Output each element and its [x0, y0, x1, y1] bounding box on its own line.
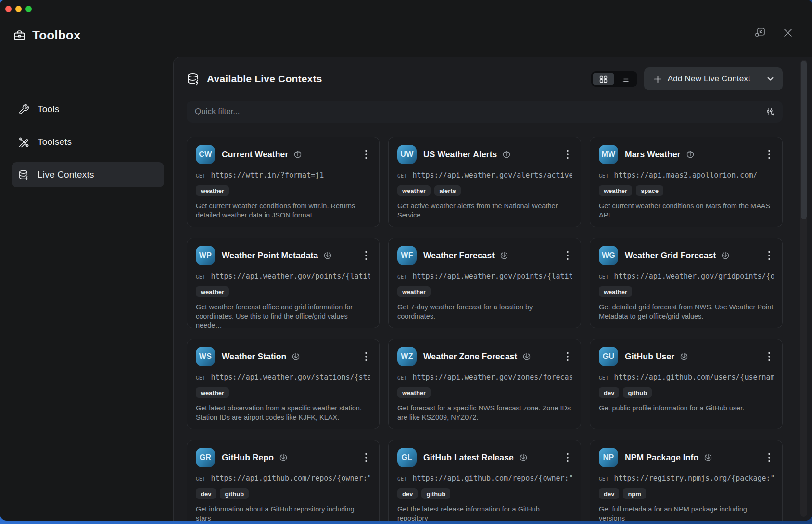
- app-title: Toolbox: [13, 28, 81, 43]
- toolbox-icon: [13, 29, 26, 42]
- card-description: Get the latest release information for a…: [397, 505, 572, 521]
- avatar: WF: [397, 246, 417, 265]
- sync-arrow-icon: [323, 251, 332, 260]
- live-context-card[interactable]: UW US Weather Alerts GET https://ap: [388, 137, 581, 227]
- live-context-card[interactable]: WG Weather Grid Forecast GET https:: [590, 238, 783, 328]
- card-menu-button[interactable]: [362, 349, 370, 364]
- http-method: GET: [397, 476, 407, 482]
- card-menu-button[interactable]: [765, 450, 774, 465]
- sliders-plus-icon[interactable]: [765, 107, 774, 116]
- card-menu-button[interactable]: [563, 450, 572, 465]
- tag-row: devgithub: [397, 488, 572, 499]
- endpoint-row: GET https://api.weather.gov/points/{lati…: [196, 272, 370, 281]
- live-context-card[interactable]: WP Weather Point Metadata GET https: [187, 238, 380, 328]
- card-description: Get 7-day weather forecast for a locatio…: [397, 303, 572, 321]
- tag-row: weather: [599, 286, 774, 297]
- tag-row: weather: [196, 387, 370, 398]
- card-menu-button[interactable]: [563, 349, 572, 364]
- endpoint-row: GET https://wttr.in/?format=j1: [196, 171, 370, 179]
- avatar: CW: [196, 145, 215, 164]
- sidebar-item-live-contexts[interactable]: Live Contexts: [12, 162, 164, 187]
- titlebar: Toolbox: [0, 0, 812, 57]
- endpoint-row: GET https://api.github.com/repos/{owner:…: [196, 474, 370, 483]
- quick-filter-input[interactable]: [195, 107, 765, 116]
- endpoint-row: GET https://api.weather.gov/alerts/activ…: [397, 171, 572, 179]
- tag-badge: weather: [599, 286, 632, 297]
- window-title: Toolbox: [32, 28, 81, 43]
- card-menu-button[interactable]: [563, 147, 572, 162]
- live-context-card[interactable]: WZ Weather Zone Forecast GET https:: [388, 339, 581, 429]
- card-menu-button[interactable]: [362, 450, 370, 465]
- tag-row: weather: [196, 185, 370, 196]
- card-header: WF Weather Forecast: [397, 246, 572, 265]
- close-traffic-light[interactable]: [5, 6, 12, 12]
- card-description: Get latest observation from a specific w…: [196, 404, 370, 422]
- endpoint-row: GET https://api.maas2.apollorion.com/: [599, 171, 774, 179]
- endpoint-row: GET https://api.weather.gov/gridpoints/{…: [599, 272, 774, 281]
- avatar: WZ: [397, 347, 417, 366]
- add-button-label: Add New Live Context: [668, 74, 750, 84]
- scrollbar-thumb[interactable]: [801, 61, 807, 219]
- card-menu-button[interactable]: [362, 248, 370, 263]
- http-method: GET: [196, 274, 205, 280]
- tag-row: devnpm: [599, 488, 774, 499]
- shrink-window-button[interactable]: [753, 26, 767, 39]
- endpoint-url: https://api.weather.gov/points/{latitu…: [412, 272, 572, 281]
- live-context-card[interactable]: GR GitHub Repo GET https://api.gith: [187, 440, 380, 521]
- minimize-traffic-light[interactable]: [15, 6, 22, 12]
- http-method: GET: [599, 173, 609, 179]
- card-header: UW US Weather Alerts: [397, 145, 572, 164]
- card-menu-button[interactable]: [362, 147, 370, 162]
- live-context-card[interactable]: CW Current Weather GET https://wttr: [187, 137, 380, 227]
- card-menu-button[interactable]: [765, 349, 774, 364]
- tag-badge: dev: [196, 488, 216, 499]
- endpoint-url: https://api.weather.gov/alerts/active: [412, 171, 572, 179]
- endpoint-row: GET https://api.github.com/repos/{owner:…: [397, 474, 572, 483]
- add-new-live-context-button[interactable]: Add New Live Context: [644, 67, 783, 90]
- http-method: GET: [599, 375, 609, 381]
- endpoint-url: https://api.weather.gov/points/{latitu…: [211, 272, 370, 281]
- close-window-button[interactable]: [781, 26, 795, 39]
- avatar: WG: [599, 246, 618, 265]
- database-bolt-icon: [18, 169, 29, 180]
- live-context-card[interactable]: WF Weather Forecast GET https://api: [388, 238, 581, 328]
- tag-row: weather: [397, 387, 572, 398]
- http-method: GET: [196, 173, 205, 179]
- card-header: GL GitHub Latest Release: [397, 448, 572, 467]
- list-icon: [621, 75, 629, 83]
- live-context-card[interactable]: MW Mars Weather GET https://api.maa: [590, 137, 783, 227]
- sidebar-item-label: Tools: [38, 104, 59, 115]
- tag-badge: alerts: [434, 185, 461, 196]
- tag-row: weatherspace: [599, 185, 774, 196]
- live-context-card[interactable]: GU GitHub User GET https://api.gith: [590, 339, 783, 429]
- zoom-traffic-light[interactable]: [25, 6, 32, 12]
- avatar: WS: [196, 347, 215, 366]
- page-title: Available Live Contexts: [207, 73, 322, 85]
- endpoint-row: GET https://api.weather.gov/points/{lati…: [397, 272, 572, 281]
- card-menu-button[interactable]: [563, 248, 572, 263]
- card-title: US Weather Alerts: [423, 150, 497, 160]
- sidebar-item-tools[interactable]: Tools: [12, 97, 164, 122]
- card-title: NPM Package Info: [625, 453, 698, 463]
- endpoint-url: https://api.github.com/repos/{owner:"0…: [412, 474, 572, 483]
- avatar: GU: [599, 347, 618, 366]
- live-context-card[interactable]: NP NPM Package Info GET https://reg: [590, 440, 783, 521]
- grid-view-button[interactable]: [593, 73, 614, 85]
- card-menu-button[interactable]: [765, 248, 774, 263]
- tag-badge: weather: [599, 185, 632, 196]
- tag-badge: npm: [623, 488, 646, 499]
- card-description: Get detailed grid forecast from NWS. Use…: [599, 303, 774, 321]
- card-menu-button[interactable]: [765, 147, 774, 162]
- list-view-button[interactable]: [614, 73, 636, 85]
- tag-badge: github: [220, 488, 249, 499]
- card-title: Weather Point Metadata: [222, 251, 318, 261]
- card-header: WZ Weather Zone Forecast: [397, 347, 572, 366]
- live-context-cards-grid: CW Current Weather GET https://wttr: [187, 137, 783, 521]
- endpoint-row: GET https://api.weather.gov/zones/foreca…: [397, 373, 572, 382]
- tag-badge: dev: [599, 488, 619, 499]
- database-bolt-icon: [187, 72, 200, 86]
- sidebar-item-toolsets[interactable]: Toolsets: [12, 129, 164, 154]
- live-context-card[interactable]: WS Weather Station GET https://api.: [187, 339, 380, 429]
- endpoint-url: https://api.weather.gov/gridpoints/{of…: [614, 272, 774, 281]
- live-context-card[interactable]: GL GitHub Latest Release GET https:: [388, 440, 581, 521]
